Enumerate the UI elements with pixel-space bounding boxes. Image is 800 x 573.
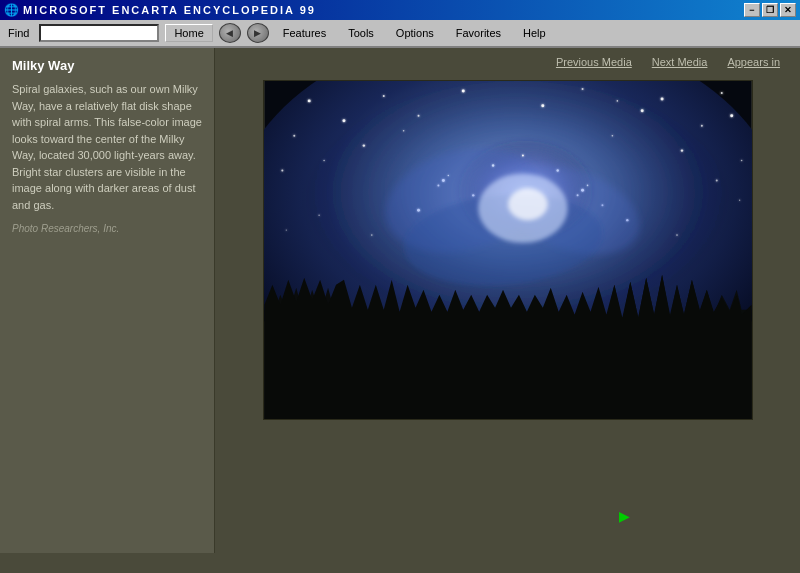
svg-point-39	[472, 194, 474, 196]
svg-point-43	[285, 229, 286, 230]
title-bar-left: 🌐 MICROSOFT ENCARTA ENCYCLOPEDIA 99	[4, 3, 316, 17]
article-title: Milky Way	[12, 58, 202, 73]
restore-button[interactable]: ❐	[762, 3, 778, 17]
previous-media-button[interactable]: Previous Media	[546, 52, 642, 72]
svg-point-12	[581, 88, 583, 90]
svg-point-27	[402, 130, 404, 132]
svg-point-17	[417, 115, 419, 117]
article-body: Spiral galaxies, such as our own Milky W…	[12, 81, 202, 213]
menu-options[interactable]: Options	[388, 25, 442, 41]
svg-point-19	[700, 125, 702, 127]
photo-credit: Photo Researchers, Inc.	[12, 223, 202, 234]
svg-point-14	[720, 92, 722, 94]
menu-help[interactable]: Help	[515, 25, 554, 41]
svg-point-10	[382, 95, 384, 97]
svg-point-24	[680, 149, 682, 151]
title-bar: 🌐 MICROSOFT ENCARTA ENCYCLOPEDIA 99 − ❐ …	[0, 0, 800, 20]
window-title: MICROSOFT ENCARTA ENCYCLOPEDIA 99	[23, 4, 316, 16]
svg-point-32	[437, 184, 439, 186]
nav-forward-button[interactable]: ▶	[247, 23, 269, 43]
galaxy-svg	[264, 81, 752, 419]
svg-point-47	[371, 234, 373, 236]
svg-point-18	[640, 109, 643, 112]
search-input[interactable]	[39, 24, 159, 42]
svg-point-22	[362, 144, 364, 146]
svg-point-42	[626, 219, 628, 221]
svg-point-44	[318, 215, 319, 216]
svg-point-26	[740, 160, 742, 162]
find-label: Find	[4, 27, 33, 39]
svg-point-36	[491, 164, 493, 166]
appears-in-button[interactable]: Appears in	[717, 52, 790, 72]
cursor-indicator: ▶	[619, 509, 630, 523]
toolbar-row: Find Home ◀ ▶ Features Tools Options Fav…	[0, 20, 800, 46]
right-area: Previous Media Next Media Appears in	[215, 48, 800, 553]
milky-way-image	[263, 80, 753, 420]
svg-point-37	[556, 169, 558, 171]
svg-point-16	[342, 119, 345, 122]
svg-point-29	[616, 100, 618, 102]
content-area: Milky Way Spiral galaxies, such as our o…	[0, 48, 800, 553]
svg-point-45	[738, 200, 739, 201]
svg-point-20	[730, 114, 733, 117]
menu-favorites[interactable]: Favorites	[448, 25, 509, 41]
top-area: Find Home ◀ ▶ Features Tools Options Fav…	[0, 20, 800, 48]
svg-point-30	[441, 179, 444, 182]
nav-back-button[interactable]: ◀	[219, 23, 241, 43]
svg-point-13	[660, 97, 663, 100]
svg-point-35	[576, 194, 578, 196]
svg-point-38	[521, 155, 523, 157]
minimize-button[interactable]: −	[744, 3, 760, 17]
next-media-button[interactable]: Next Media	[642, 52, 718, 72]
svg-point-40	[601, 204, 603, 206]
svg-point-33	[581, 189, 584, 192]
svg-point-28	[541, 104, 544, 107]
title-controls: − ❐ ✕	[744, 3, 796, 17]
left-panel: Milky Way Spiral galaxies, such as our o…	[0, 48, 215, 553]
svg-point-46	[715, 179, 717, 181]
svg-point-31	[447, 175, 449, 177]
home-button[interactable]: Home	[165, 24, 212, 42]
menu-tools[interactable]: Tools	[340, 25, 382, 41]
svg-point-21	[323, 160, 325, 162]
close-button[interactable]: ✕	[780, 3, 796, 17]
menu-features[interactable]: Features	[275, 25, 334, 41]
media-nav-bar: Previous Media Next Media Appears in	[215, 48, 800, 76]
svg-point-41	[417, 209, 420, 212]
app-icon: 🌐	[4, 3, 19, 17]
svg-point-9	[307, 99, 310, 102]
svg-point-23	[611, 135, 613, 137]
svg-point-25	[281, 169, 283, 171]
svg-point-11	[461, 89, 464, 92]
svg-point-34	[586, 185, 588, 187]
svg-point-15	[293, 135, 295, 137]
svg-point-48	[676, 234, 678, 236]
svg-point-8	[508, 188, 548, 220]
image-container	[215, 76, 800, 553]
